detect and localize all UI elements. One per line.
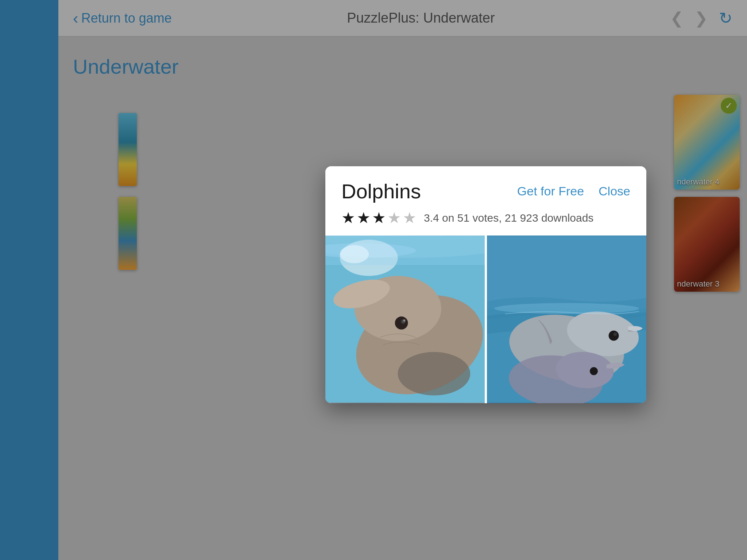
modal-overlay: Dolphins Get for Free Close ★ ★ ★ ★ ★ 3.… [0,0,747,560]
svg-rect-14 [487,236,646,309]
star-1: ★ [341,209,355,227]
svg-point-8 [395,316,408,330]
modal-actions: Get for Free Close [517,184,630,198]
star-4: ★ [387,209,401,227]
modal-title-row: Dolphins Get for Free Close [341,179,630,203]
dolphin2-svg [487,236,646,403]
modal-header: Dolphins Get for Free Close ★ ★ ★ ★ ★ 3.… [325,166,646,236]
close-button[interactable]: Close [599,184,630,198]
svg-point-18 [614,332,617,336]
star-3: ★ [372,209,386,227]
svg-point-10 [403,319,406,322]
modal-title: Dolphins [341,179,421,203]
svg-point-17 [609,331,619,341]
star-rating: ★ ★ ★ ★ ★ [341,209,417,227]
modal-rating-row: ★ ★ ★ ★ ★ 3.4 on 51 votes, 21 923 downlo… [341,209,630,227]
svg-point-21 [590,367,598,375]
dolphin1-svg [325,236,485,403]
dolphin-image-2[interactable] [486,236,646,403]
rating-text: 3.4 on 51 votes, 21 923 downloads [424,212,593,224]
get-for-free-button[interactable]: Get for Free [517,184,584,198]
modal-images [325,236,646,403]
svg-point-11 [398,352,471,395]
modal: Dolphins Get for Free Close ★ ★ ★ ★ ★ 3.… [325,166,646,403]
star-2: ★ [357,209,371,227]
svg-rect-12 [325,236,485,265]
dolphin-image-1[interactable] [325,236,485,403]
star-5: ★ [403,209,417,227]
